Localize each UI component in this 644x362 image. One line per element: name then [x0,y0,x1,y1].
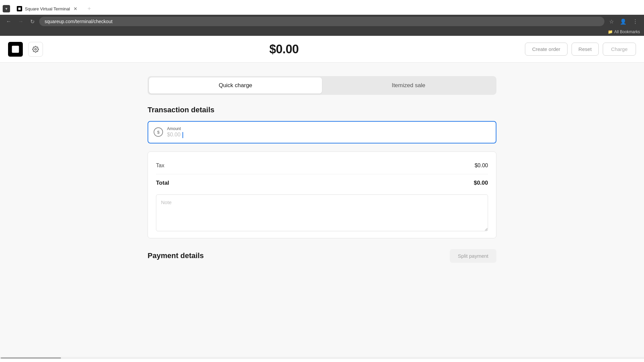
total-row: Total $0.00 [156,177,488,189]
forward-button[interactable]: → [16,17,25,26]
dollar-icon: $ [154,127,163,137]
note-input[interactable] [156,194,488,231]
reset-button[interactable]: Reset [572,43,599,56]
total-value: $0.00 [474,180,488,186]
tab-switcher[interactable]: ▾ [3,5,10,12]
main-content: Quick charge Itemized sale Transaction d… [0,63,644,357]
split-payment-button[interactable]: Split payment [450,249,496,263]
svg-rect-2 [12,46,19,53]
bookmarks-label[interactable]: 📁 All Bookmarks [608,29,640,34]
new-tab-button[interactable]: + [85,4,94,14]
settings-button[interactable] [28,42,43,57]
transaction-details-title: Transaction details [148,106,496,114]
profile-button[interactable]: 👤 [618,17,629,26]
browser-chrome: ▾ Square Virtual Terminal ✕ + ← → ↻ ☆ 👤 … [0,0,644,36]
amount-placeholder: $0.00 [167,132,180,137]
create-order-button[interactable]: Create order [525,43,567,56]
tab-itemized-sale[interactable]: Itemized sale [322,77,495,94]
browser-tab-active[interactable]: Square Virtual Terminal ✕ [11,3,84,15]
svg-point-3 [35,48,37,50]
scroll-thumb [1,357,61,359]
charge-button[interactable]: Charge [603,43,636,56]
tab-title: Square Virtual Terminal [25,6,70,11]
bookmarks-bar: 📁 All Bookmarks [0,28,644,36]
tab-switcher-bar: Quick charge Itemized sale [148,76,496,95]
summary-box: Tax $0.00 Total $0.00 [148,152,496,238]
tax-row: Tax $0.00 [156,160,488,174]
amount-input-inner: Amount $0.00 [167,126,490,138]
header-actions: Create order Reset Charge [525,43,636,56]
bottom-scrollbar[interactable] [0,357,644,359]
svg-rect-1 [18,8,21,10]
reload-button[interactable]: ↻ [28,17,37,26]
menu-button[interactable]: ⋮ [631,17,640,26]
tax-label: Tax [156,163,164,169]
tax-value: $0.00 [475,163,488,169]
address-bar[interactable] [39,17,604,26]
amount-input-value[interactable]: $0.00 [167,132,490,138]
header-amount: $0.00 [43,42,525,56]
amount-input-wrapper[interactable]: $ Amount $0.00 [148,121,496,143]
tab-close-button[interactable]: ✕ [73,5,78,12]
browser-toolbar: ← → ↻ ☆ 👤 ⋮ [0,15,644,28]
browser-action-buttons: ☆ 👤 ⋮ [607,17,640,26]
app-content: $0.00 Create order Reset Charge Quick ch… [0,36,644,359]
app-header: $0.00 Create order Reset Charge [0,36,644,63]
payment-details-section: Payment details Split payment [148,249,496,263]
bookmark-button[interactable]: ☆ [607,17,616,26]
back-button[interactable]: ← [4,17,13,26]
app-logo [8,42,23,57]
tab-quick-charge[interactable]: Quick charge [149,77,322,94]
text-cursor [182,132,183,138]
amount-label: Amount [167,126,490,131]
tab-favicon [17,6,22,11]
payment-details-title: Payment details [148,251,204,260]
total-label: Total [156,180,169,186]
